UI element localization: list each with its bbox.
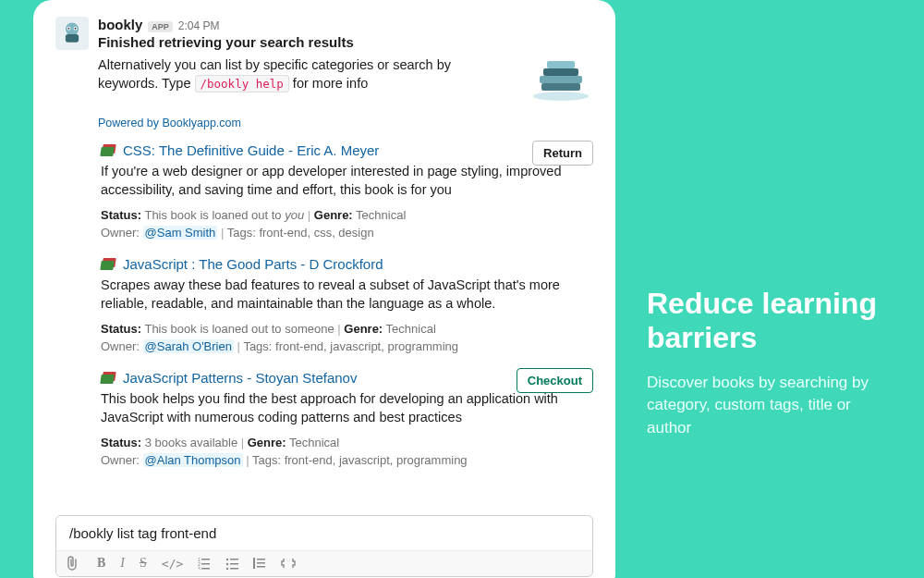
- svg-rect-16: [201, 568, 210, 570]
- bot-avatar: [55, 17, 89, 50]
- result-item: Return CSS: The Definitive Guide - Eric …: [98, 142, 593, 240]
- svg-rect-18: [230, 559, 238, 560]
- svg-rect-1: [66, 34, 79, 43]
- marketing-title: Reduce learning barriers: [647, 287, 887, 355]
- italic-icon[interactable]: I: [120, 556, 125, 571]
- message-heading: Finished retrieving your search results: [98, 34, 593, 50]
- code-block-icon[interactable]: [281, 557, 296, 570]
- books-illustration-icon: [529, 55, 593, 102]
- marketing-panel: Reduce learning barriers Discover books …: [647, 287, 887, 440]
- result-description: If you're a web designer or app develope…: [101, 162, 563, 199]
- blockquote-icon[interactable]: [253, 557, 266, 570]
- svg-rect-10: [547, 61, 575, 68]
- ordered-list-icon[interactable]: 123: [198, 557, 211, 570]
- svg-rect-8: [540, 76, 582, 83]
- svg-text:3: 3: [198, 566, 201, 570]
- result-item: JavaScript : The Good Parts - D Crockfor…: [98, 256, 593, 353]
- owner-mention[interactable]: @Sarah O'Brien: [143, 339, 234, 353]
- result-description: This book helps you find the best approa…: [101, 389, 563, 426]
- svg-point-4: [68, 28, 70, 30]
- svg-rect-22: [230, 568, 238, 570]
- book-icon: [101, 372, 117, 385]
- bot-name: bookly: [98, 17, 142, 32]
- app-badge: APP: [148, 21, 173, 32]
- result-meta-line2: Owner: @Sarah O'Brien | Tags: front-end,…: [101, 339, 593, 353]
- svg-rect-9: [543, 68, 578, 76]
- result-meta-line1: Status: This book is loaned out to you |…: [101, 208, 593, 222]
- svg-rect-12: [201, 559, 210, 560]
- message-timestamp: 2:04 PM: [178, 19, 220, 32]
- owner-mention[interactable]: @Sam Smith: [143, 226, 218, 240]
- marketing-body: Discover books by searching by category,…: [647, 372, 887, 440]
- result-meta-line1: Status: 3 books available | Genre: Techn…: [101, 436, 593, 449]
- svg-rect-14: [201, 563, 210, 565]
- bold-icon[interactable]: B: [97, 556, 105, 571]
- inline-code: /bookly help: [195, 75, 289, 92]
- svg-rect-7: [541, 83, 580, 91]
- bullet-list-icon[interactable]: [225, 557, 238, 570]
- svg-rect-25: [257, 562, 265, 564]
- result-description: Scrapes away these bad features to revea…: [101, 276, 563, 313]
- result-meta-line2: Owner: @Sam Smith | Tags: front-end, css…: [101, 226, 593, 240]
- attachment-icon[interactable]: [66, 556, 79, 571]
- svg-point-17: [226, 559, 228, 560]
- result-meta-line1: Status: This book is loaned out to someo…: [101, 322, 593, 336]
- message-subtext: Alternatively you can list by specific c…: [98, 55, 512, 93]
- result-title-link[interactable]: CSS: The Definitive Guide - Eric A. Meye…: [123, 142, 379, 158]
- message-header: bookly APP 2:04 PM Finished retrieving y…: [55, 17, 593, 50]
- result-item: Checkout JavaScript Patterns - Stoyan St…: [98, 370, 593, 467]
- svg-rect-20: [230, 563, 238, 565]
- svg-point-21: [226, 568, 228, 570]
- composer-input[interactable]: [56, 516, 592, 550]
- result-title-link[interactable]: JavaScript : The Good Parts - D Crockfor…: [123, 256, 383, 272]
- result-title-link[interactable]: JavaScript Patterns - Stoyan Stefanov: [123, 370, 357, 386]
- code-icon[interactable]: </>: [162, 557, 183, 571]
- svg-rect-24: [257, 559, 265, 560]
- owner-mention[interactable]: @Alan Thompson: [143, 453, 243, 467]
- result-action-button[interactable]: Return: [532, 141, 593, 166]
- svg-rect-23: [253, 558, 255, 569]
- composer-toolbar: B I S </> 123: [56, 550, 592, 576]
- message-composer: B I S </> 123: [55, 515, 593, 577]
- svg-point-6: [533, 92, 589, 101]
- strikethrough-icon[interactable]: S: [140, 556, 147, 571]
- svg-point-19: [226, 563, 228, 565]
- book-icon: [101, 258, 117, 271]
- svg-rect-26: [257, 566, 265, 568]
- subtext-after: for more info: [293, 76, 368, 91]
- powered-by-link[interactable]: Powered by Booklyapp.com: [98, 117, 593, 129]
- svg-point-5: [75, 28, 77, 30]
- result-meta-line2: Owner: @Alan Thompson | Tags: front-end,…: [101, 453, 593, 467]
- book-icon: [101, 144, 117, 157]
- result-action-button[interactable]: Checkout: [517, 368, 593, 393]
- slack-message-card: bookly APP 2:04 PM Finished retrieving y…: [33, 0, 615, 578]
- results-list: Return CSS: The Definitive Guide - Eric …: [98, 142, 593, 467]
